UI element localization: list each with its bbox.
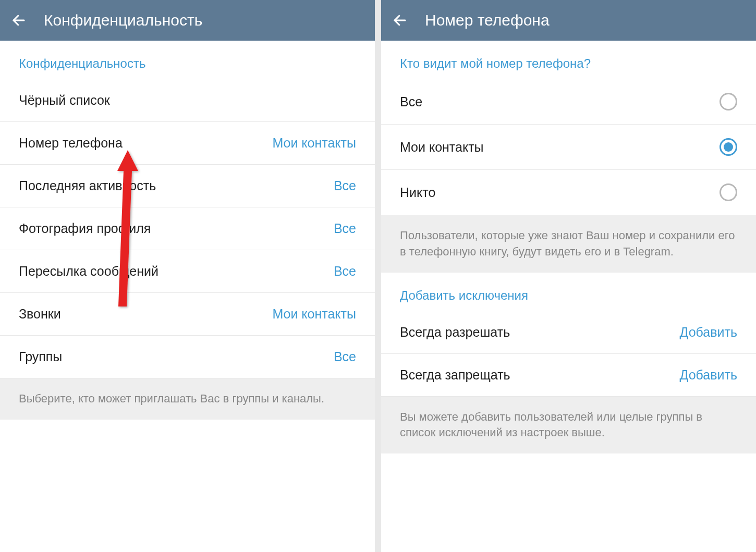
header-right: Номер телефона [381, 0, 756, 41]
calls-row[interactable]: Звонки Мои контакты [0, 293, 375, 336]
arrow-left-icon [11, 13, 27, 28]
header-title-left: Конфиденциальность [44, 11, 202, 29]
row-value: Все [334, 349, 356, 364]
phone-number-settings-screen: Номер телефона Кто видит мой номер телеф… [381, 0, 756, 552]
row-label: Всегда запрещать [400, 367, 510, 383]
privacy-section-header: Конфиденциальность [0, 41, 375, 79]
row-label: Номер телефона [19, 136, 123, 151]
option-nobody[interactable]: Никто [381, 170, 756, 215]
phone-number-row[interactable]: Номер телефона Мои контакты [0, 122, 375, 165]
forwarded-messages-row[interactable]: Пересылка сообщений Все [0, 250, 375, 293]
groups-info-text: Выберите, кто может приглашать Вас в гру… [0, 378, 375, 420]
radio-icon [720, 183, 737, 201]
exceptions-info-text: Вы можете добавить пользователей или цел… [381, 397, 756, 454]
blacklist-row[interactable]: Чёрный список [0, 79, 375, 122]
visibility-info-text: Пользователи, которые уже знают Ваш номе… [381, 215, 756, 273]
row-label: Фотография профиля [19, 221, 151, 236]
header-left: Конфиденциальность [0, 0, 375, 41]
content-right: Кто видит мой номер телефона? Все Мои ко… [381, 41, 756, 552]
content-left: Конфиденциальность Чёрный список Номер т… [0, 41, 375, 552]
who-sees-header: Кто видит мой номер телефона? [381, 41, 756, 79]
row-label: Группы [19, 349, 62, 364]
radio-icon [720, 93, 737, 111]
back-button-right[interactable] [392, 12, 408, 29]
profile-photo-row[interactable]: Фотография профиля Все [0, 207, 375, 250]
row-value: Все [334, 178, 356, 193]
row-label: Чёрный список [19, 93, 110, 108]
row-value: Все [334, 264, 356, 279]
privacy-settings-screen: Конфиденциальность Конфиденциальность Чё… [0, 0, 375, 552]
option-everyone[interactable]: Все [381, 79, 756, 125]
row-label: Всегда разрешать [400, 325, 510, 340]
add-button[interactable]: Добавить [680, 367, 738, 383]
always-allow-row[interactable]: Всегда разрешать Добавить [381, 311, 756, 354]
row-value: Мои контакты [272, 306, 356, 322]
row-value: Мои контакты [272, 136, 356, 151]
option-label: Все [400, 94, 422, 109]
row-value: Все [334, 221, 356, 236]
radio-icon [720, 138, 737, 156]
last-seen-row[interactable]: Последняя активность Все [0, 165, 375, 207]
row-label: Звонки [19, 306, 61, 322]
header-title-right: Номер телефона [425, 11, 550, 29]
back-button-left[interactable] [10, 12, 27, 29]
add-button[interactable]: Добавить [680, 325, 738, 340]
always-deny-row[interactable]: Всегда запрещать Добавить [381, 354, 756, 397]
option-label: Никто [400, 185, 435, 200]
row-label: Пересылка сообщений [19, 264, 158, 279]
exceptions-header: Добавить исключения [381, 273, 756, 311]
arrow-left-icon [392, 13, 408, 28]
row-label: Последняя активность [19, 178, 156, 193]
option-my-contacts[interactable]: Мои контакты [381, 125, 756, 170]
groups-row[interactable]: Группы Все [0, 336, 375, 378]
option-label: Мои контакты [400, 140, 484, 155]
